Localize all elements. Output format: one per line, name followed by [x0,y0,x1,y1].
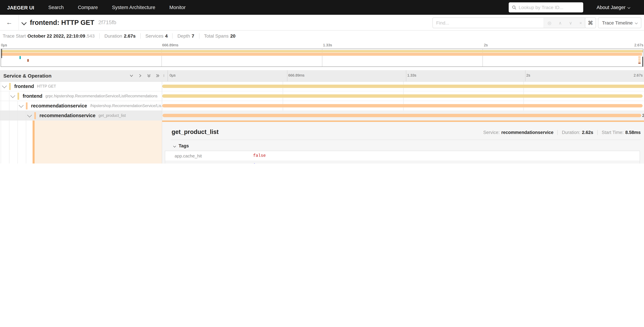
span-row-frontend-grpc: frontend grpc.hipstershop.Recommendation… [0,91,644,101]
minimap-scrubber-right[interactable] [642,57,643,66]
span-bar[interactable] [162,104,643,108]
span-rows: frontend HTTP GET frontend grpc.hipsters… [0,82,644,164]
chevron-down-icon [635,22,638,24]
tag-key: app.cache_hit [165,153,253,158]
span-tree-item[interactable]: frontend grpc.hipstershop.Recommendation… [0,91,162,101]
span-tree-item[interactable]: recommendationservice get_product_list [0,111,162,120]
back-arrow-icon: ← [6,19,12,26]
stat-trace-start: Trace Start October 22 2022, 22:10:09.54… [0,33,100,38]
span-detail-left-gutter [0,120,162,164]
span-row-recommendationservice-list: recommendationservice /hipstershop.Recom… [0,101,644,111]
span-bar-cell[interactable]: 2.62s [162,111,644,120]
tag-value: false [253,154,266,158]
detail-divider [171,140,641,140]
indent-guides [0,120,26,164]
span-bar[interactable] [162,84,644,88]
span-bar[interactable] [162,114,641,117]
column-resizer-handle[interactable]: ‖ [163,74,165,78]
minimap-span-bar [1,50,643,52]
span-tree-item[interactable]: frontend HTTP GET [0,82,162,91]
span-row-frontend-http-get: frontend HTTP GET [0,82,644,91]
trace-minimap[interactable]: 0μs 666.89ms 1.33s 2s 2.67s [0,41,644,66]
operation-name: /hipstershop.RecommendationService/Lis..… [90,104,162,108]
tags-section-toggle[interactable]: Tags [174,143,641,148]
about-jaeger-menu[interactable]: About Jaeger [596,5,630,10]
tick-label: 666.89ms [288,73,304,77]
span-duration-label: 2.62s [642,113,644,118]
minimap-tick-labels: 0μs 666.89ms 1.33s 2s 2.67s [0,41,644,49]
keyboard-shortcuts-button[interactable]: ⌘ [585,18,596,28]
meta-duration: Duration:2.62s [558,130,597,135]
tag-key: app.filtered_products.count [165,163,253,164]
top-nav: JAEGER UI Search Compare System Architec… [0,0,644,15]
find-clear-icon[interactable]: × [579,20,582,25]
tick-label: 2.67s [634,43,643,47]
collapse-chevron-icon[interactable] [2,84,7,88]
find-placeholder: Find... [436,20,449,26]
nav-item-compare[interactable]: Compare [78,5,98,10]
trace-stats-bar: Trace Start October 22 2022, 22:10:09.54… [0,30,644,41]
operation-name: HTTP GET [37,84,56,88]
stat-value: 2.67s [124,33,136,38]
meta-start-time: Start Time:8.58ms [597,130,641,135]
trace-view-label: Trace Timeline [602,20,633,26]
minimap-span-bar [638,58,641,60]
span-tree-item[interactable]: recommendationservice /hipstershop.Recom… [0,101,162,111]
tick-label: 0μs [170,73,176,77]
expand-levels-icon[interactable] [156,74,160,78]
service-name: frontend [14,84,34,89]
meta-service: Service:recommendationservice [479,130,558,135]
service-name: frontend [23,93,42,99]
back-button[interactable]: ← [0,15,19,30]
find-prev-icon[interactable]: ∧ [558,20,562,25]
collapse-chevron-icon[interactable] [10,93,15,98]
find-bar: Find... ◎ ∧ ∨ × [432,18,586,28]
find-next-icon[interactable]: ∨ [569,20,572,25]
stat-depth: Depth7 [172,33,199,38]
nav-item-search[interactable]: Search [48,5,64,10]
stat-label: Services [146,33,163,38]
span-detail-header: get_product_list Service:recommendations… [172,128,641,136]
span-bar-cell[interactable] [162,101,644,111]
meta-label: Duration: [562,130,580,135]
collapse-levels-icon[interactable] [147,74,151,78]
meta-label: Service: [483,130,500,135]
jaeger-trace-page: JAEGER UI Search Compare System Architec… [0,0,644,164]
stat-value: 7 [192,33,194,38]
nav-item-monitor[interactable]: Monitor [170,5,186,10]
stat-label: Total Spans [204,33,228,38]
nav-item-system-architecture[interactable]: System Architecture [112,5,155,10]
command-icon: ⌘ [588,20,593,26]
collapse-trace-chevron-icon[interactable] [21,20,26,25]
operation-name: get_product_list [98,114,126,118]
jaeger-logo[interactable]: JAEGER UI [7,4,34,10]
collapse-chevron-icon[interactable] [19,103,24,108]
trace-view-selector[interactable]: Trace Timeline [598,18,642,28]
find-target-icon[interactable]: ◎ [548,20,552,25]
collapse-chevron-icon[interactable] [27,113,32,117]
span-row-get-product-list: recommendationservice get_product_list 2… [0,111,644,120]
stat-services: Services4 [140,33,172,38]
minimap-span-bar [27,59,29,62]
span-bar-cell[interactable] [162,82,644,91]
trace-lookup-input[interactable]: Lookup by Trace ID... [508,2,583,12]
stat-label: Duration [104,33,122,38]
span-bar-cell[interactable] [162,91,644,101]
tick-label: 2s [526,73,530,77]
about-jaeger-label: About Jaeger [596,5,626,10]
service-color-bar [9,83,10,90]
minimap-span-bar [638,56,641,58]
expand-one-icon[interactable] [138,74,142,78]
minimap-scrubber-left[interactable] [1,49,2,58]
tick-label: 2s [484,43,488,47]
span-bar[interactable] [162,94,643,98]
minimap-canvas[interactable] [1,49,643,67]
collapse-all-icon[interactable] [129,74,134,78]
service-name: recommendationservice [31,103,87,108]
indent-guides [0,91,10,101]
tick-label: 0μs [1,43,7,47]
find-input[interactable]: Find... [433,18,544,28]
tags-table: app.cache_hit false app.filtered_product… [165,151,640,164]
service-name: recommendationservice [40,113,96,118]
meta-label: Start Time: [602,130,624,135]
